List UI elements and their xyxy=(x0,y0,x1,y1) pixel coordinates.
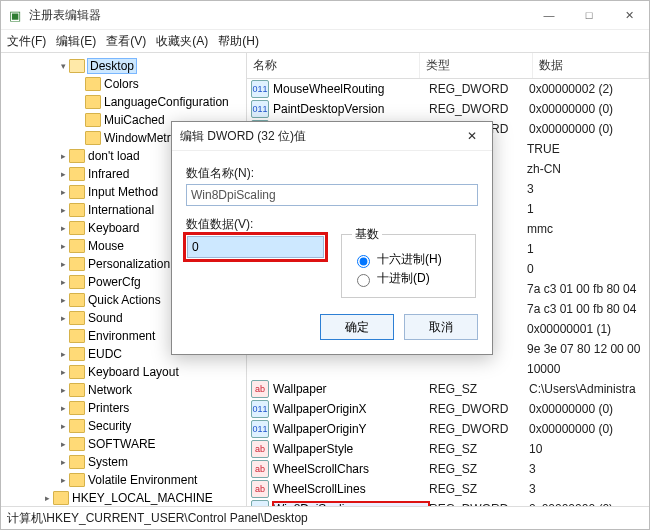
expander-icon[interactable]: ▸ xyxy=(57,439,69,449)
expander-icon[interactable]: ▸ xyxy=(57,313,69,323)
tree-node[interactable]: Colors xyxy=(1,75,246,93)
value-name: WallpaperOriginX xyxy=(273,402,429,416)
tree-node[interactable]: ▸HKEY_LOCAL_MACHINE xyxy=(1,489,246,506)
expander-icon[interactable]: ▸ xyxy=(57,421,69,431)
menu-edit[interactable]: 编辑(E) xyxy=(56,33,96,50)
tree-node[interactable]: LanguageConfiguration xyxy=(1,93,246,111)
header-name[interactable]: 名称 xyxy=(247,53,420,78)
list-headers[interactable]: 名称 类型 数据 xyxy=(247,53,649,79)
table-row[interactable]: abWallpaperREG_SZC:\Users\Administra xyxy=(247,379,649,399)
expander-icon[interactable]: ▸ xyxy=(57,259,69,269)
tree-node[interactable]: ▸Security xyxy=(1,417,246,435)
table-row[interactable]: abWheelScrollCharsREG_SZ3 xyxy=(247,459,649,479)
value-data: 1 xyxy=(527,242,649,256)
tree-label: International xyxy=(88,203,154,217)
folder-icon xyxy=(69,59,85,73)
folder-icon xyxy=(69,473,85,487)
value-type: REG_DWORD xyxy=(429,102,529,116)
menu-file[interactable]: 文件(F) xyxy=(7,33,46,50)
tree-node[interactable]: ▸Keyboard Layout xyxy=(1,363,246,381)
radix-group: 基数 十六进制(H) 十进制(D) xyxy=(341,226,476,298)
table-row[interactable]: 011PaintDesktopVersionREG_DWORD0x0000000… xyxy=(247,99,649,119)
expander-icon[interactable]: ▸ xyxy=(57,223,69,233)
value-data: 3 xyxy=(529,462,649,476)
value-type: REG_DWORD xyxy=(429,402,529,416)
header-data[interactable]: 数据 xyxy=(533,53,649,78)
expander-icon[interactable]: ▸ xyxy=(57,169,69,179)
header-type[interactable]: 类型 xyxy=(420,53,533,78)
value-data: 0x00000000 (0) xyxy=(529,402,649,416)
name-field[interactable] xyxy=(186,184,478,206)
value-data: 1 xyxy=(527,202,649,216)
table-row[interactable]: 011Win8DpiScalingREG_DWORD0x00000000 (0) xyxy=(247,499,649,506)
tree-label: LanguageConfiguration xyxy=(104,95,229,109)
menu-favorites[interactable]: 收藏夹(A) xyxy=(156,33,208,50)
folder-icon xyxy=(69,275,85,289)
tree-label: Volatile Environment xyxy=(88,473,197,487)
menu-help[interactable]: 帮助(H) xyxy=(218,33,259,50)
table-row[interactable]: abWheelScrollLinesREG_SZ3 xyxy=(247,479,649,499)
tree-label: MuiCached xyxy=(104,113,165,127)
tree-node[interactable]: ▸Volatile Environment xyxy=(1,471,246,489)
value-name: PaintDesktopVersion xyxy=(273,102,429,116)
expander-icon[interactable]: ▸ xyxy=(57,295,69,305)
edit-dword-dialog: 编辑 DWORD (32 位)值 ✕ 数值名称(N): 数值数据(V): 基数 … xyxy=(171,121,493,355)
regedit-window: ▣ 注册表编辑器 — □ ✕ 文件(F) 编辑(E) 查看(V) 收藏夹(A) … xyxy=(0,0,650,530)
folder-icon xyxy=(69,203,85,217)
tree-label: Personalization xyxy=(88,257,170,271)
window-max-button[interactable]: □ xyxy=(569,1,609,29)
value-field[interactable] xyxy=(187,236,324,258)
expander-icon[interactable]: ▸ xyxy=(57,367,69,377)
tree-node[interactable]: ▸Printers xyxy=(1,399,246,417)
binary-icon: 011 xyxy=(251,400,269,418)
expander-icon[interactable]: ▸ xyxy=(57,205,69,215)
binary-icon: 011 xyxy=(251,80,269,98)
expander-icon[interactable]: ▸ xyxy=(57,457,69,467)
radix-dec-radio[interactable] xyxy=(357,274,370,287)
tree-node[interactable]: ▸Network xyxy=(1,381,246,399)
folder-icon xyxy=(85,77,101,91)
expander-icon[interactable]: ▸ xyxy=(57,349,69,359)
folder-icon xyxy=(69,401,85,415)
expander-icon[interactable]: ▸ xyxy=(57,475,69,485)
window-min-button[interactable]: — xyxy=(529,1,569,29)
table-row[interactable]: abWallpaperStyleREG_SZ10 xyxy=(247,439,649,459)
folder-icon xyxy=(69,257,85,271)
window-close-button[interactable]: ✕ xyxy=(609,1,649,29)
tree-node[interactable]: ▸System xyxy=(1,453,246,471)
expander-icon[interactable]: ▸ xyxy=(57,187,69,197)
value-data: C:\Users\Administra xyxy=(529,382,649,396)
cancel-button[interactable]: 取消 xyxy=(404,314,478,340)
expander-icon[interactable]: ▸ xyxy=(57,385,69,395)
expander-icon[interactable]: ▸ xyxy=(57,403,69,413)
folder-icon xyxy=(69,383,85,397)
titlebar: ▣ 注册表编辑器 — □ ✕ xyxy=(1,1,649,30)
expander-icon[interactable]: ▸ xyxy=(57,241,69,251)
radix-hex-radio[interactable] xyxy=(357,255,370,268)
tree-label: Quick Actions xyxy=(88,293,161,307)
table-row[interactable]: 011WallpaperOriginYREG_DWORD0x00000000 (… xyxy=(247,419,649,439)
menubar: 文件(F) 编辑(E) 查看(V) 收藏夹(A) 帮助(H) xyxy=(1,30,649,53)
dialog-close-button[interactable]: ✕ xyxy=(460,124,484,148)
tree-label: HKEY_LOCAL_MACHINE xyxy=(72,491,213,505)
folder-icon xyxy=(69,365,85,379)
tree-node[interactable]: ▸SOFTWARE xyxy=(1,435,246,453)
binary-icon: 011 xyxy=(251,420,269,438)
expander-icon[interactable]: ▾ xyxy=(57,61,69,71)
tree-node[interactable]: ▾Desktop xyxy=(1,57,246,75)
folder-icon xyxy=(85,95,101,109)
tree-label: PowerCfg xyxy=(88,275,141,289)
table-row[interactable]: 011MouseWheelRoutingREG_DWORD0x00000002 … xyxy=(247,79,649,99)
value-name: WheelScrollLines xyxy=(273,482,429,496)
expander-icon[interactable]: ▸ xyxy=(57,151,69,161)
radix-hex-label: 十六进制(H) xyxy=(377,251,442,268)
folder-icon xyxy=(69,149,85,163)
table-row[interactable]: 011WallpaperOriginXREG_DWORD0x00000000 (… xyxy=(247,399,649,419)
menu-view[interactable]: 查看(V) xyxy=(106,33,146,50)
table-row[interactable]: 10000 xyxy=(247,359,649,379)
expander-icon[interactable]: ▸ xyxy=(41,493,53,503)
ok-button[interactable]: 确定 xyxy=(320,314,394,340)
tree-label: Mouse xyxy=(88,239,124,253)
expander-icon[interactable]: ▸ xyxy=(57,277,69,287)
dialog-titlebar[interactable]: 编辑 DWORD (32 位)值 ✕ xyxy=(172,122,492,151)
